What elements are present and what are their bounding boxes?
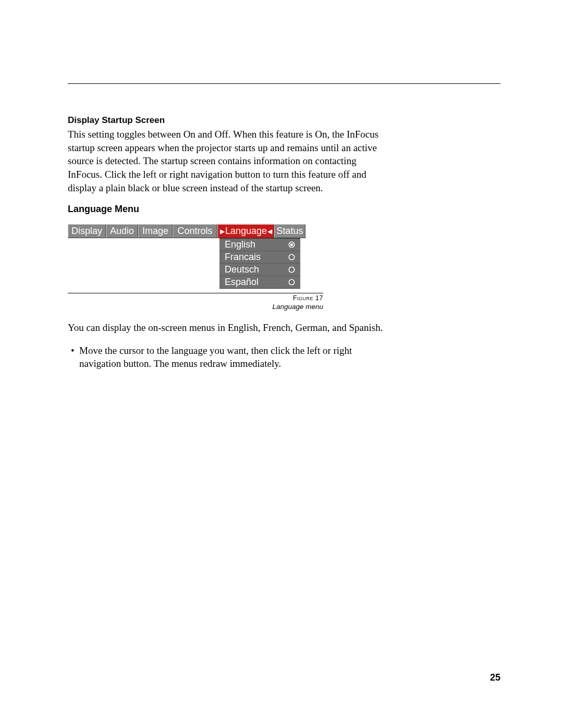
tab-controls[interactable]: Controls — [173, 224, 217, 238]
language-menu-heading: Language Menu — [68, 204, 500, 215]
tab-status[interactable]: Status — [274, 224, 305, 238]
svg-point-1 — [290, 243, 293, 246]
after-figure-para: You can display the on-screen menus in E… — [68, 321, 391, 335]
svg-point-3 — [289, 267, 294, 273]
figure-label: Figure 17 — [68, 294, 323, 302]
language-menu-figure: Display Audio Image Controls ▶ Language … — [68, 224, 322, 289]
option-english[interactable]: English — [219, 239, 300, 251]
triangle-left-icon: ◀ — [267, 228, 272, 235]
tab-image[interactable]: Image — [138, 224, 173, 238]
bullet-item: • Move the cursor to the language you wa… — [68, 344, 391, 371]
option-label: Español — [225, 277, 259, 288]
figure-number: 17 — [315, 294, 323, 302]
tab-label: Display — [71, 226, 102, 237]
radio-unselected-icon — [288, 266, 295, 273]
triangle-right-icon: ▶ — [220, 228, 225, 235]
svg-point-2 — [289, 255, 294, 260]
tab-label: Status — [276, 226, 303, 237]
option-francais[interactable]: Francais — [219, 251, 300, 264]
tab-display[interactable]: Display — [68, 224, 106, 238]
figure-caption: Language menu — [68, 303, 323, 311]
option-label: Deutsch — [225, 264, 259, 275]
tab-label: Image — [142, 226, 168, 237]
figure-rule — [68, 293, 323, 293]
tab-language[interactable]: ▶ Language ◀ — [217, 224, 274, 238]
option-espanol[interactable]: Español — [219, 276, 300, 289]
display-startup-body: This setting toggles between On and Off.… — [68, 128, 391, 194]
tab-label: Controls — [177, 226, 212, 237]
option-label: English — [225, 239, 255, 250]
radio-selected-icon — [288, 241, 295, 248]
figure-word: Figure — [293, 294, 313, 302]
option-deutsch[interactable]: Deutsch — [219, 264, 300, 276]
display-startup-heading: Display Startup Screen — [68, 115, 500, 126]
bullet-dot: • — [68, 344, 79, 371]
menu-tab-bar: Display Audio Image Controls ▶ Language … — [68, 224, 322, 238]
bullet-text: Move the cursor to the language you want… — [79, 344, 391, 371]
tab-audio[interactable]: Audio — [106, 224, 138, 238]
tab-label: Audio — [110, 226, 134, 237]
top-rule — [68, 83, 500, 84]
svg-point-4 — [289, 280, 294, 285]
tab-label: Language — [225, 226, 267, 237]
radio-unselected-icon — [288, 254, 295, 261]
page-number: 25 — [490, 672, 500, 683]
option-label: Francais — [225, 252, 261, 263]
radio-unselected-icon — [288, 279, 295, 286]
language-options: English Francais Deutsch Español — [219, 238, 300, 289]
